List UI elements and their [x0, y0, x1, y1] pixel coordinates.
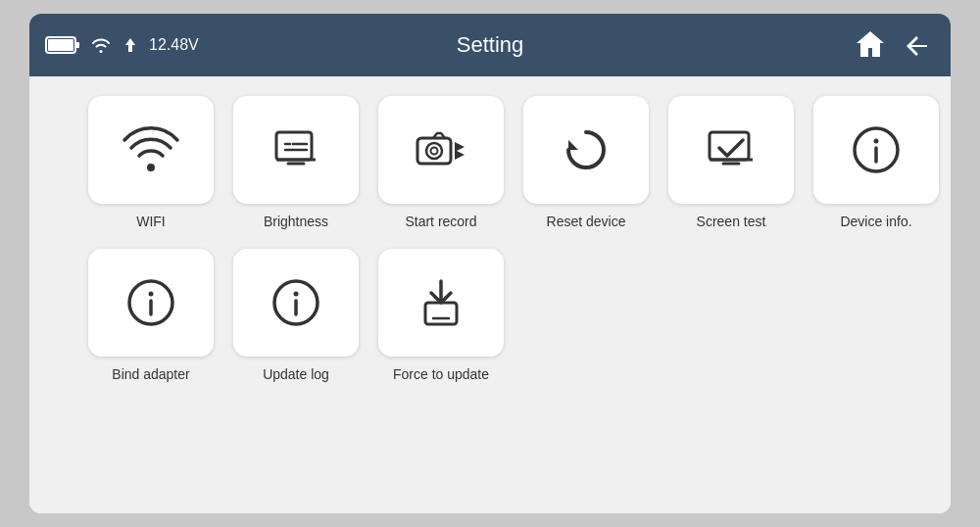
header: 12.48V Setting — [29, 14, 951, 76]
menu-item-device-info[interactable]: Device info. — [813, 96, 939, 229]
menu-card-device-info[interactable] — [813, 96, 939, 204]
voltage-display: 12.48V — [149, 36, 199, 54]
svg-point-24 — [149, 292, 154, 297]
menu-card-wifi[interactable] — [88, 96, 214, 204]
wifi-status-icon — [90, 36, 112, 54]
menu-item-brightness[interactable]: Brightness — [233, 96, 359, 229]
svg-rect-2 — [48, 39, 74, 51]
menu-card-update-log[interactable] — [233, 249, 359, 357]
menu-card-bind-adapter[interactable] — [88, 249, 214, 357]
device-frame: 12.48V Setting — [29, 14, 951, 513]
menu-row-2: Bind adapter Update log — [88, 249, 892, 382]
signal-icon — [122, 36, 139, 54]
svg-point-4 — [147, 164, 155, 171]
menu-card-brightness[interactable] — [233, 96, 359, 204]
menu-label-reset-device: Reset device — [547, 214, 626, 229]
menu-card-force-update[interactable] — [378, 249, 504, 357]
svg-rect-29 — [425, 303, 457, 324]
menu-item-update-log[interactable]: Update log — [233, 249, 359, 382]
menu-card-screen-test[interactable] — [668, 96, 794, 204]
svg-rect-1 — [75, 42, 79, 48]
menu-item-start-record[interactable]: Start record — [378, 96, 504, 229]
header-title: Setting — [342, 32, 639, 58]
svg-marker-16 — [568, 140, 578, 150]
menu-label-update-log: Update log — [263, 366, 329, 382]
menu-label-screen-test: Screen test — [697, 214, 766, 229]
menu-label-device-info: Device info. — [840, 214, 911, 229]
back-button[interactable] — [900, 27, 935, 63]
menu-item-force-update[interactable]: Force to update — [378, 249, 504, 382]
home-button[interactable] — [853, 27, 888, 63]
menu-label-bind-adapter: Bind adapter — [112, 366, 189, 382]
svg-marker-3 — [125, 38, 135, 52]
menu-row-1: WIFI Brightness — [88, 96, 892, 229]
svg-rect-5 — [276, 132, 312, 160]
header-left: 12.48V — [45, 34, 342, 56]
content-area: WIFI Brightness — [29, 76, 951, 513]
svg-marker-15 — [455, 150, 465, 160]
svg-marker-14 — [455, 142, 465, 152]
battery-icon — [45, 34, 80, 56]
svg-point-21 — [874, 139, 879, 144]
svg-point-27 — [294, 292, 299, 297]
menu-label-wifi: WIFI — [136, 214, 166, 229]
header-right — [638, 27, 935, 63]
menu-card-start-record[interactable] — [378, 96, 504, 204]
menu-label-brightness: Brightness — [264, 214, 328, 229]
menu-item-wifi[interactable]: WIFI — [88, 96, 214, 229]
menu-item-reset-device[interactable]: Reset device — [523, 96, 649, 229]
menu-item-bind-adapter[interactable]: Bind adapter — [88, 249, 214, 382]
svg-point-12 — [426, 143, 442, 159]
svg-point-13 — [431, 148, 438, 155]
menu-label-force-update: Force to update — [393, 366, 489, 382]
menu-item-screen-test[interactable]: Screen test — [668, 96, 794, 229]
menu-card-reset-device[interactable] — [523, 96, 649, 204]
menu-label-start-record: Start record — [405, 214, 476, 229]
